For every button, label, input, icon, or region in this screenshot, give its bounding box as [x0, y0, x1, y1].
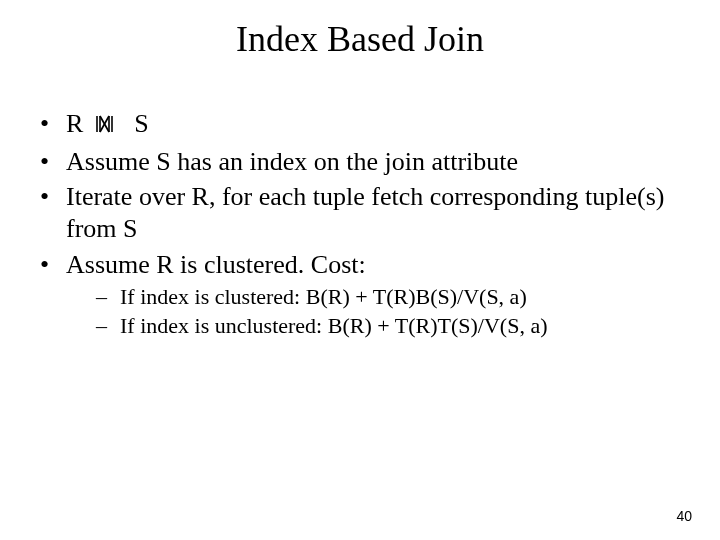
slide: Index Based Join R	[0, 0, 720, 540]
bullet-item: Assume S has an index on the join attrib…	[36, 146, 684, 178]
sub-bullet-item: If index is clustered: B(R) + T(R)B(S)/V…	[66, 283, 684, 311]
bullet-item: Iterate over R, for each tuple fetch cor…	[36, 181, 684, 244]
bullet-text-left: R	[66, 109, 83, 138]
natural-join-icon	[94, 110, 122, 142]
bullet-item: Assume R is clustered. Cost: If index is…	[36, 249, 684, 340]
slide-body: R S Assume S h	[36, 108, 684, 344]
sub-bullet-list: If index is clustered: B(R) + T(R)B(S)/V…	[66, 283, 684, 340]
bullet-text: Assume R is clustered. Cost:	[66, 250, 366, 279]
sub-bullet-item: If index is unclustered: B(R) + T(R)T(S)…	[66, 312, 684, 340]
page-title: Index Based Join	[0, 18, 720, 60]
bullet-text: Iterate over R, for each tuple fetch cor…	[66, 182, 664, 243]
bullet-text: Assume S has an index on the join attrib…	[66, 147, 518, 176]
bullet-list: R S Assume S h	[36, 108, 684, 340]
page-number: 40	[676, 508, 692, 524]
bullet-item: R S	[36, 108, 684, 142]
bullet-text-right: S	[134, 109, 148, 138]
sub-bullet-text: If index is clustered: B(R) + T(R)B(S)/V…	[120, 284, 527, 309]
sub-bullet-text: If index is unclustered: B(R) + T(R)T(S)…	[120, 313, 547, 338]
